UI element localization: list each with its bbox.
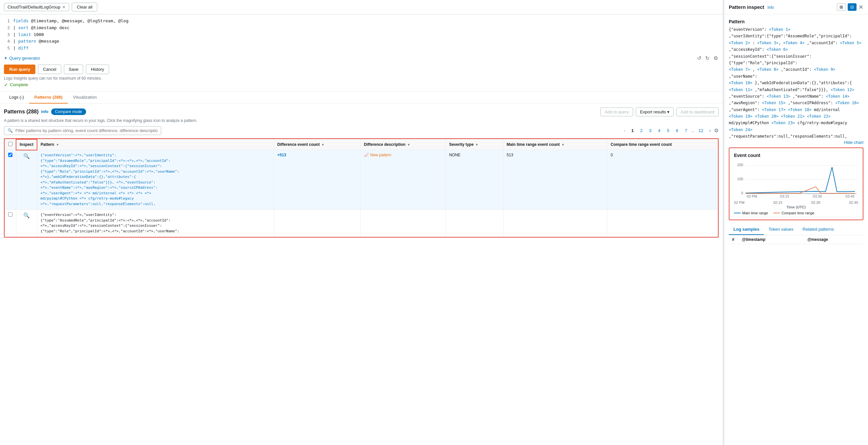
inspect-icon[interactable]: 🔍: [23, 153, 30, 159]
token-14-link[interactable]: <Token 14>: [826, 94, 849, 99]
inspect-icon[interactable]: 🔍: [23, 213, 30, 218]
export-results-button[interactable]: Export results ▾: [636, 108, 674, 116]
tab-logs[interactable]: Logs (-): [4, 91, 29, 103]
log-samples-table: # @timestamp @message: [729, 235, 863, 244]
severity-sort-icon[interactable]: ▾: [476, 143, 477, 146]
table-row: 🔍 {"eventVersion":<*>,"userIdentity":{"t…: [5, 210, 718, 237]
tab-token-values[interactable]: Token values: [764, 224, 798, 235]
diff-desc-sort-icon[interactable]: ▾: [408, 143, 409, 146]
token-16-link[interactable]: <Token 16>: [835, 100, 859, 105]
hide-chart-link[interactable]: Hide chart: [729, 140, 863, 145]
sparkle-icon: ✦: [4, 56, 7, 61]
token-11-link[interactable]: <Token 11>: [729, 88, 752, 92]
compare-event-count-value: 0: [611, 153, 613, 157]
token-7-link[interactable]: <Token 7>: [729, 67, 750, 72]
page-1[interactable]: 1: [628, 127, 636, 134]
redo-button[interactable]: ↻: [705, 54, 710, 62]
info-text: Logs Insights query can run for maximum …: [4, 76, 719, 81]
token-6-link[interactable]: <Token 6>: [767, 47, 788, 52]
code-line-3: 3 | limit 1000: [4, 31, 719, 38]
page-7[interactable]: 7: [682, 127, 690, 134]
panel-title: Pattern inspect: [729, 4, 764, 10]
token-3-link[interactable]: <Token 3>: [757, 41, 779, 45]
clear-all-button[interactable]: Clear all: [72, 3, 97, 11]
token-21-link[interactable]: <Token 21>: [781, 114, 804, 119]
pattern-cell: {"eventVersion":<*>,"userIdentity":{"typ…: [37, 210, 274, 237]
severity-cell-2: [446, 210, 503, 237]
close-panel-button[interactable]: ✕: [859, 4, 863, 11]
search-input[interactable]: [16, 128, 158, 133]
query-generator-link[interactable]: ✦ Query generator: [4, 56, 40, 61]
token-17-link[interactable]: <Token 17>: [762, 108, 785, 112]
token-9-link[interactable]: <Token 9>: [814, 67, 835, 72]
pagination: ‹ 1 2 3 4 5 6 7 ... 12 › ⚙: [622, 127, 719, 134]
x-sublabels: 02 PM 02:15 02:30 02:45: [734, 201, 858, 205]
history-button[interactable]: History: [86, 64, 109, 74]
legend-main: Main time range: [734, 211, 768, 215]
token-15-link[interactable]: <Token 15>: [762, 100, 785, 105]
patterns-actions: Add to query Export results ▾ Add to das…: [600, 108, 719, 116]
panel-title-group: Pattern inspect Info: [729, 4, 774, 10]
pagination-prev[interactable]: ‹: [622, 127, 627, 134]
token-1-link[interactable]: <Token 1>: [769, 27, 790, 32]
row-checkbox[interactable]: [8, 212, 12, 217]
undo-button[interactable]: ↺: [696, 54, 702, 62]
main-range-sort-icon[interactable]: ▾: [562, 143, 564, 146]
token-8-link[interactable]: <Token 8>: [757, 67, 779, 72]
patterns-info-link[interactable]: Info: [41, 110, 49, 114]
log-samples-head: # @timestamp @message: [729, 235, 863, 244]
pattern-sort-icon[interactable]: ▾: [57, 143, 58, 146]
chart-legend: Main time range Compare time range: [734, 211, 858, 215]
tab-log-samples[interactable]: Log samples: [729, 224, 764, 235]
chart-svg: 200 100 0: [734, 160, 858, 200]
cancel-button[interactable]: Cancel: [38, 64, 61, 74]
chart-title: Event count: [734, 153, 858, 158]
save-button[interactable]: Save: [64, 64, 84, 74]
token-10-link[interactable]: <Token 10>: [729, 81, 752, 85]
panel-view-button-1[interactable]: ⊞: [837, 3, 846, 11]
page-12[interactable]: 12: [696, 127, 706, 134]
add-to-dashboard-button[interactable]: Add to dashboard: [676, 108, 719, 116]
page-6[interactable]: 6: [674, 127, 681, 134]
message-header: @message: [804, 235, 863, 244]
patterns-table: Inspect Pattern ▾ Difference event count…: [5, 139, 718, 237]
token-20-link[interactable]: <Token 20>: [755, 114, 778, 119]
tab-visualization[interactable]: Visualization: [68, 91, 102, 103]
pagination-settings-icon[interactable]: ⚙: [714, 127, 719, 134]
pagination-next[interactable]: ›: [707, 127, 713, 134]
page-3[interactable]: 3: [647, 127, 654, 134]
tab-related-patterns[interactable]: Related patterns: [798, 224, 838, 235]
log-samples-header-row: # @timestamp @message: [729, 235, 863, 244]
run-query-button[interactable]: Run query: [4, 64, 35, 74]
x-sublabel-02pm: 02 PM: [734, 201, 745, 205]
token-2-link[interactable]: <Token 2>: [729, 41, 750, 45]
token-19-link[interactable]: <Token 19>: [729, 114, 752, 119]
close-log-group-icon[interactable]: ✕: [62, 5, 65, 9]
token-4-link[interactable]: <Token 4>: [783, 41, 804, 45]
settings-button[interactable]: ⚙: [713, 54, 719, 62]
page-4[interactable]: 4: [655, 127, 663, 134]
compare-mode-button[interactable]: Compare mode: [51, 109, 86, 115]
token-23-link[interactable]: <Token 23>: [771, 121, 795, 125]
panel-view-button-2[interactable]: ⊟: [848, 3, 857, 11]
page-2[interactable]: 2: [638, 127, 645, 134]
diff-count-sort-icon[interactable]: ▾: [322, 143, 323, 146]
tab-patterns[interactable]: Patterns (288): [29, 91, 68, 103]
code-line-2: 2 | sort @timestamp desc: [4, 25, 719, 31]
token-24-link[interactable]: <Token 24>: [729, 127, 752, 132]
token-18-link[interactable]: <Token 18>: [788, 108, 812, 112]
page-5[interactable]: 5: [664, 127, 672, 134]
new-pattern-label: New pattern: [370, 153, 392, 157]
search-icon: 🔍: [7, 128, 13, 133]
add-to-query-button[interactable]: Add to query: [600, 108, 633, 116]
token-12-link[interactable]: <Token 12>: [831, 88, 854, 92]
x-label-03pm: 03 PM: [747, 194, 757, 198]
panel-info-link[interactable]: Info: [768, 5, 774, 10]
token-5-link[interactable]: <Token 5>: [840, 41, 862, 45]
select-all-checkbox[interactable]: [8, 142, 12, 146]
row-checkbox[interactable]: [8, 153, 12, 157]
token-22-link[interactable]: <Token 22>: [807, 114, 830, 119]
table-header-row: Inspect Pattern ▾ Difference event count…: [5, 139, 718, 150]
patterns-title: Patterns (288) Info Compare mode: [4, 109, 86, 115]
token-13-link[interactable]: <Token 13>: [767, 94, 790, 99]
